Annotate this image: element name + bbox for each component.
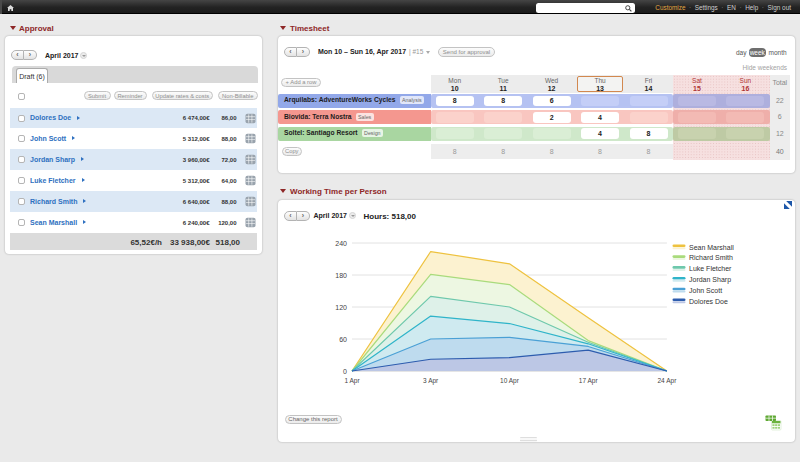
svg-text:3 Apr: 3 Apr [423,377,439,385]
svg-text:17 Apr: 17 Apr [579,377,599,385]
svg-text:Richard Smith: Richard Smith [689,254,733,261]
svg-text:120: 120 [335,304,347,311]
svg-text:Luke Fletcher: Luke Fletcher [689,265,732,272]
svg-text:Dolores Doe: Dolores Doe [689,298,728,305]
svg-text:1 Apr: 1 Apr [344,377,360,385]
svg-text:60: 60 [339,336,347,343]
svg-text:John Scott: John Scott [689,287,722,294]
svg-text:10 Apr: 10 Apr [500,377,520,385]
svg-text:Sean Marshall: Sean Marshall [689,244,734,251]
svg-text:180: 180 [335,272,347,279]
svg-text:0: 0 [343,368,347,375]
svg-text:240: 240 [335,240,347,247]
svg-text:Jordan Sharp: Jordan Sharp [689,276,731,284]
svg-text:24 Apr: 24 Apr [658,377,678,385]
